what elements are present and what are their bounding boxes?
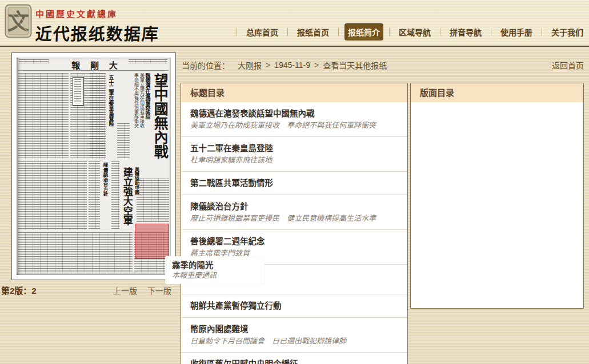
- newspaper-headline-sub: 奉命絕不與我任何軍隊衝突: [133, 73, 138, 173]
- brand: 中國歷史文獻總庫 近代报纸数据库: [35, 7, 159, 45]
- article-title[interactable]: 五十二軍在秦皇島登陸: [190, 143, 402, 155]
- page-catalog-item[interactable]: [411, 165, 583, 184]
- nav-link[interactable]: 报纸首页: [294, 23, 332, 41]
- text-column-block: [18, 161, 87, 230]
- text-column-block: [90, 73, 106, 159]
- article-row[interactable]: 朝鮮共產黨暫停獨立行動: [181, 294, 407, 318]
- nav-link[interactable]: 报纸简介: [344, 23, 383, 41]
- viewer-pagination: 上一版 下一版: [113, 285, 171, 296]
- scan-texture: [19, 59, 49, 63]
- article-row[interactable]: 五十二軍在秦皇島登陸 杜聿明趙家驤亦飛往該地: [181, 137, 407, 172]
- nav-separator: [389, 28, 390, 36]
- header: 文 中國歷史文獻總庫 近代报纸数据库 总库首页 报纸首页 报纸简介 区域导航: [0, 0, 589, 46]
- article-subtitle: 廢止苛捐雜稅嚴禁官吏擾民 健立民意機構提高生活水準: [190, 213, 402, 224]
- breadcrumb-item: 大刚报: [230, 59, 262, 71]
- nav-link[interactable]: 使用手册: [497, 23, 536, 41]
- article-title[interactable]: 第二戰區共軍活動情形: [190, 177, 402, 189]
- scan-texture: [129, 59, 167, 63]
- nav-item[interactable]: 拼音导航: [434, 23, 485, 41]
- newspaper-preview-panel[interactable]: 報 剛 大 望中國無內戰 魏德邁在滬發表談話 美軍立場乃在助成我軍接收 奉命絕不…: [11, 52, 176, 280]
- nav-item[interactable]: 使用手册: [485, 23, 536, 41]
- breadcrumb-separator: >: [266, 60, 270, 70]
- viewer-footer: 第2版：2 上一版 下一版: [1, 284, 174, 296]
- nav-item[interactable]: 区域导航: [383, 23, 434, 41]
- nav-separator: [287, 28, 288, 36]
- article-row[interactable]: 收復區舊欠田賦中央明令緩征: [181, 353, 407, 364]
- page: 文 中國歷史文獻總庫 近代报纸数据库 总库首页 报纸首页 报纸简介 区域导航: [0, 0, 589, 364]
- page-catalog-item[interactable]: [411, 145, 583, 165]
- nav-link[interactable]: 总库首页: [243, 23, 282, 41]
- breadcrumb-label: 当前的位置：: [182, 59, 230, 71]
- current-page-label: 第2版：2: [1, 284, 37, 296]
- article-hover-tooltip: 霧季的陽光 本報重慶通訊: [165, 256, 265, 284]
- article-title[interactable]: 陳儀談治台方針: [190, 201, 402, 213]
- breadcrumb-link[interactable]: 大刚报: [238, 59, 262, 71]
- text-column-block: [111, 161, 119, 229]
- article-highlight-overlay: [135, 224, 169, 259]
- nav-separator: [338, 28, 339, 36]
- article-title[interactable]: 善後總署二週年紀念: [190, 236, 402, 248]
- newspaper-masthead: 報 剛 大: [65, 59, 128, 71]
- breadcrumb-separator: >: [314, 60, 319, 70]
- newspaper-headline-kicker: 魏德邁在滬發表談話: [145, 73, 150, 144]
- main-nav: 总库首页 报纸首页 报纸简介 区域导航 拼音导航 使用手册: [231, 23, 589, 41]
- previous-page-link[interactable]: 上一版: [113, 285, 137, 296]
- text-column-block: [137, 179, 169, 222]
- site-title: 中國歷史文獻總庫: [35, 7, 159, 19]
- breadcrumb-link[interactable]: 查看当天其他报纸: [323, 59, 387, 71]
- nav-item[interactable]: 报纸简介: [332, 23, 383, 41]
- nav-link[interactable]: 关于我们: [548, 23, 587, 41]
- nav-link[interactable]: 区域导航: [395, 23, 434, 41]
- page-catalog-panel: 版面目录: [410, 83, 584, 309]
- breadcrumb-link[interactable]: 1945-11-9: [274, 60, 310, 70]
- article-subtitle: 日皇勅令下月召開議會 日已選出戰犯辯護律師: [190, 335, 402, 347]
- nav-item[interactable]: 报纸首页: [282, 23, 332, 41]
- nav-item[interactable]: 关于我们: [536, 23, 587, 41]
- article-title[interactable]: 魏德邁在滬發表談話望中國無內戰: [190, 108, 402, 120]
- article-subtitle: 杜聿明趙家驤亦飛往該地: [190, 155, 402, 166]
- breadcrumb: 当前的位置： 大刚报 > 1945-11-9 > 查看当天其他报纸: [182, 59, 387, 71]
- text-column-block: [117, 123, 130, 159]
- newspaper-headline-sub: 美軍立場乃在助成我軍接收: [139, 73, 143, 173]
- article-row[interactable]: 魏德邁在滬發表談話望中國無內戰 美軍立場乃在助成我軍接收 奉命絕不與我任何軍隊衝…: [181, 102, 407, 137]
- nav-separator: [542, 28, 542, 36]
- text-column-block: [89, 161, 100, 229]
- nav-separator: [440, 28, 440, 36]
- article-row[interactable]: 第二戰區共軍活動情形: [181, 172, 407, 195]
- site-logo-seal-icon[interactable]: 文: [5, 4, 32, 38]
- article-subtitle: 美軍立場乃在助成我軍接收 奉命絕不與我任何軍隊衝突: [190, 120, 402, 131]
- newspaper-headline-col: 陳儀談治台方針: [102, 163, 107, 227]
- nav-separator: [491, 28, 491, 36]
- article-list: 魏德邁在滬發表談話望中國無內戰 美軍立場乃在助成我軍接收 奉命絕不與我任何軍隊衝…: [181, 102, 407, 364]
- nav-item[interactable]: 总库首页: [231, 23, 282, 41]
- page-list: [411, 102, 583, 184]
- nav-separator: [237, 28, 237, 36]
- text-column-block: [18, 73, 69, 159]
- newspaper-headline-main: 望中國無內戰: [152, 73, 167, 179]
- article-row[interactable]: 陳儀談治台方針 廢止苛捐雜稅嚴禁官吏擾民 健立民意機構提高生活水準: [181, 195, 407, 230]
- nav-item[interactable]: 报纸测试: [587, 23, 589, 41]
- article-title[interactable]: 幣原內閣處難境: [190, 323, 402, 335]
- page-catalog-item[interactable]: [411, 107, 583, 126]
- masthead-rule: [18, 70, 169, 71]
- boxed-notice: [73, 77, 84, 106]
- breadcrumb-item: > 查看当天其他报纸: [310, 59, 387, 71]
- page-catalog-header: 版面目录: [411, 83, 583, 102]
- newspaper-headline-col: 五十二軍在秦皇島登陸: [108, 75, 113, 156]
- newspaper-headline-mid: 建立強大空軍: [122, 167, 132, 231]
- database-title: 近代报纸数据库: [35, 21, 160, 45]
- newspaper-scan[interactable]: 報 剛 大 望中國無內戰 魏德邁在滬發表談話 美軍立場乃在助成我軍接收 奉命絕不…: [17, 58, 171, 275]
- nav-link[interactable]: 拼音导航: [446, 23, 485, 41]
- article-row[interactable]: 幣原內閣處難境 日皇勅令下月召開議會 日已選出戰犯辯護律師: [181, 318, 407, 353]
- page-catalog-item[interactable]: [411, 126, 583, 145]
- header-divider: [0, 46, 589, 47]
- next-page-link[interactable]: 下一版: [147, 285, 171, 296]
- tooltip-article-title[interactable]: 霧季的陽光: [172, 260, 258, 270]
- breadcrumb-bar: 当前的位置： 大刚报 > 1945-11-9 > 查看当天其他报纸 返回首页: [182, 59, 584, 71]
- title-catalog-header: 标题目录: [181, 83, 407, 102]
- text-column-block: [18, 232, 133, 273]
- back-home-link[interactable]: 返回首页: [552, 59, 584, 71]
- breadcrumb-item: > 1945-11-9: [262, 59, 310, 71]
- article-title[interactable]: 朝鮮共產黨暫停獨立行動: [190, 300, 402, 312]
- article-title[interactable]: 收復區舊欠田賦中央明令緩征: [190, 358, 402, 364]
